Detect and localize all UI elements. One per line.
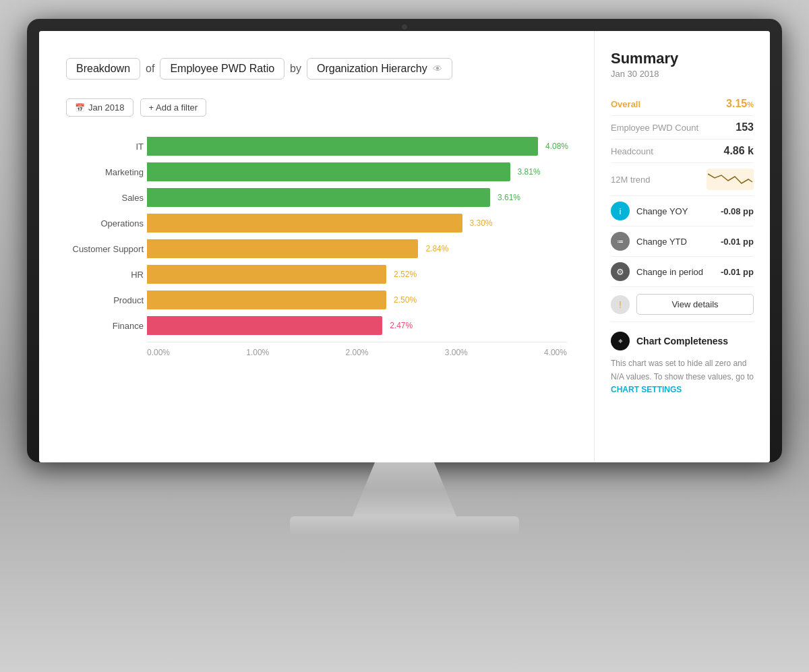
- change-ytd-value: -0.01 pp: [721, 237, 754, 247]
- headcount-row: Headcount 4.86 k: [611, 140, 754, 163]
- bar-label: Sales: [66, 193, 144, 203]
- overall-value: 3.15%: [726, 98, 754, 110]
- bar[interactable]: 2.52%: [147, 265, 386, 284]
- pwd-count-label: Employee PWD Count: [611, 123, 698, 133]
- chart-settings-link[interactable]: CHART SETTINGS: [611, 385, 682, 394]
- summary-panel: Summary Jan 30 2018 Overall 3.15% Employ…: [595, 31, 770, 462]
- completeness-title: Chart Completeness: [636, 336, 728, 346]
- metric-pill: Employee PWD Ratio: [160, 58, 284, 80]
- change-period-value: -0.01 pp: [721, 267, 754, 277]
- summary-date: Jan 30 2018: [611, 69, 754, 79]
- trend-label: 12M trend: [611, 175, 651, 185]
- of-text: of: [146, 63, 154, 75]
- x-axis-label: 0.00%: [147, 348, 170, 357]
- bar-label: IT: [66, 142, 144, 152]
- bar-row: Operations3.30%: [147, 214, 567, 233]
- eye-icon: 👁: [433, 63, 442, 74]
- change-ytd-content: Change YTD -0.01 pp: [636, 237, 754, 247]
- bar[interactable]: 3.61%: [147, 188, 490, 207]
- monitor: Breakdown of Employee PWD Ratio by Organ…: [27, 19, 782, 462]
- pwd-count-row: Employee PWD Count 153: [611, 116, 754, 140]
- gear-icon: ⚙: [611, 262, 630, 281]
- ytd-icon: ≔: [611, 232, 630, 251]
- target-icon: ⌖: [611, 332, 630, 350]
- change-ytd-row: ≔ Change YTD -0.01 pp: [611, 226, 754, 257]
- bar-label: Operations: [66, 218, 144, 228]
- overall-row: Overall 3.15%: [611, 92, 754, 116]
- date-filter-label: Jan 2018: [88, 102, 125, 113]
- pwd-count-value: 153: [736, 121, 754, 133]
- sparkline-svg: [707, 169, 754, 190]
- bar[interactable]: 3.81%: [147, 162, 510, 181]
- bar-row: Sales3.61%: [147, 188, 567, 207]
- add-filter-button[interactable]: + Add a filter: [140, 98, 207, 117]
- monitor-stand-base: [290, 516, 519, 535]
- change-yoy-label: Change YOY: [636, 206, 688, 216]
- calendar-icon: 📅: [75, 103, 85, 113]
- breakdown-pill: Breakdown: [66, 58, 140, 80]
- filter-row: 📅 Jan 2018 + Add a filter: [66, 98, 567, 117]
- bar[interactable]: 2.47%: [147, 316, 382, 335]
- overall-number: 3.15: [726, 98, 747, 109]
- bar-row: HR2.52%: [147, 265, 567, 284]
- bar-chart: IT4.08%Marketing3.81%Sales3.61%Operation…: [66, 137, 567, 377]
- x-axis-label: 4.00%: [544, 348, 567, 357]
- bar-row: Finance2.47%: [147, 316, 567, 335]
- bar-row: Product2.50%: [147, 291, 567, 309]
- change-period-label: Change in period: [636, 267, 703, 277]
- bar[interactable]: 2.84%: [147, 239, 418, 258]
- x-axis-label: 2.00%: [345, 348, 368, 357]
- bar-label: Marketing: [66, 167, 144, 177]
- bar[interactable]: 2.50%: [147, 291, 386, 309]
- bar-label: Product: [66, 295, 144, 305]
- bar-value: 2.52%: [394, 270, 417, 279]
- completeness-text: This chart was set to hide all zero and …: [611, 357, 754, 396]
- bar[interactable]: 4.08%: [147, 137, 538, 156]
- bar-row: Customer Support2.84%: [147, 239, 567, 258]
- bar-value: 2.47%: [390, 321, 413, 330]
- bar-value: 3.30%: [470, 218, 493, 228]
- x-axis-label: 1.00%: [246, 348, 269, 357]
- summary-title: Summary: [611, 50, 754, 67]
- change-period-content: Change in period -0.01 pp: [636, 267, 754, 277]
- add-filter-label: + Add a filter: [149, 102, 198, 113]
- camera-dot: [402, 24, 407, 30]
- bar-value: 3.81%: [518, 167, 541, 177]
- chart-area: Breakdown of Employee PWD Ratio by Organ…: [39, 31, 595, 462]
- warning-icon: !: [611, 295, 630, 314]
- completeness-section: ⌖ Chart Completeness This chart was set …: [611, 322, 754, 396]
- monitor-stand-neck: [330, 462, 479, 516]
- view-details-label: View details: [671, 299, 718, 309]
- info-icon: i: [611, 202, 630, 220]
- view-details-button[interactable]: View details: [636, 294, 754, 315]
- overall-label: Overall: [611, 99, 640, 109]
- bar-label: Customer Support: [66, 244, 144, 254]
- date-filter-button[interactable]: 📅 Jan 2018: [66, 98, 133, 117]
- bar[interactable]: 3.30%: [147, 214, 462, 233]
- change-ytd-label: Change YTD: [636, 237, 687, 247]
- bar-value: 2.84%: [425, 244, 448, 253]
- title-row: Breakdown of Employee PWD Ratio by Organ…: [66, 58, 567, 80]
- hierarchy-pill[interactable]: Organization Hierarchy 👁: [307, 58, 452, 80]
- change-period-row: ⚙ Change in period -0.01 pp: [611, 257, 754, 287]
- trend-row: 12M trend: [611, 163, 754, 196]
- bar-label: HR: [66, 270, 144, 280]
- overall-unit: %: [747, 100, 754, 109]
- x-axis: 0.00%1.00%2.00%3.00%4.00%: [147, 348, 567, 357]
- x-axis-line: [147, 342, 567, 342]
- completeness-header: ⌖ Chart Completeness: [611, 332, 754, 350]
- screen: Breakdown of Employee PWD Ratio by Organ…: [39, 31, 770, 462]
- headcount-label: Headcount: [611, 146, 653, 156]
- bar-label: Finance: [66, 321, 144, 331]
- change-yoy-content: Change YOY -0.08 pp: [636, 206, 754, 216]
- trend-sparkline: [707, 169, 754, 190]
- headcount-value: 4.86 k: [724, 145, 754, 157]
- change-yoy-value: -0.08 pp: [721, 206, 754, 216]
- hierarchy-label: Organization Hierarchy: [317, 63, 427, 75]
- by-text: by: [290, 63, 301, 75]
- bar-value: 4.08%: [545, 142, 568, 151]
- bar-row: IT4.08%: [147, 137, 567, 156]
- bar-value: 3.61%: [498, 193, 520, 202]
- change-yoy-row: i Change YOY -0.08 pp: [611, 196, 754, 226]
- completeness-description: This chart was set to hide all zero and …: [611, 359, 754, 381]
